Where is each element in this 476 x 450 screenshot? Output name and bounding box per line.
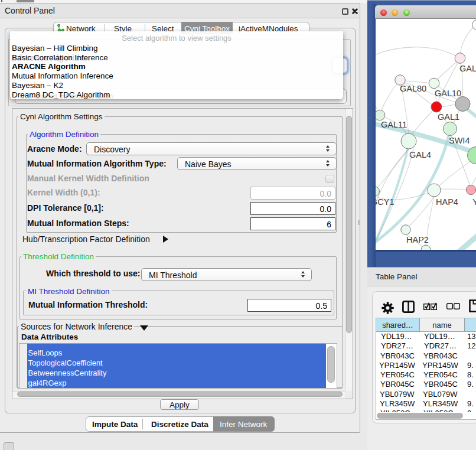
svg-text:GCY1: GCY1	[376, 197, 395, 207]
svg-text:SWI4: SWI4	[449, 136, 470, 145]
svg-text:Y: Y	[472, 197, 476, 207]
svg-text:HAP4: HAP4	[436, 197, 458, 207]
svg-text:GAL1: GAL1	[438, 112, 459, 122]
svg-text:HAP2: HAP2	[406, 235, 429, 244]
svg-text:GAL: GAL	[459, 64, 476, 73]
svg-text:GAL4: GAL4	[409, 150, 431, 159]
svg-text:GAL11: GAL11	[381, 120, 407, 129]
svg-text:GAL10: GAL10	[435, 89, 461, 98]
svg-text:GAL80: GAL80	[400, 84, 426, 93]
